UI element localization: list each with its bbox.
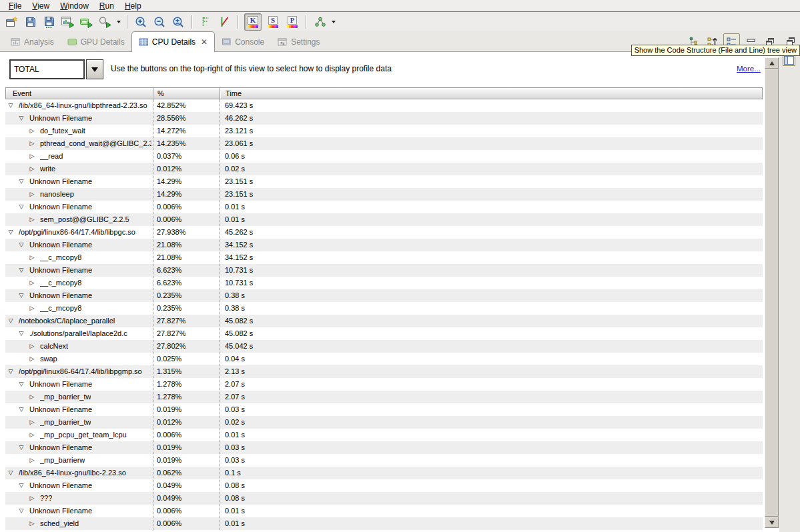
expand-toggle-icon[interactable]: ▷ bbox=[28, 188, 36, 201]
menu-run[interactable]: Run bbox=[95, 1, 120, 11]
collapse-toggle-icon[interactable]: ▽ bbox=[17, 479, 25, 492]
collapse-toggle-icon[interactable]: ▽ bbox=[17, 112, 25, 125]
scroll-up-button[interactable] bbox=[765, 57, 779, 69]
table-row[interactable]: ▷calcNext27.802%45.042 s bbox=[5, 340, 763, 353]
menu-file[interactable]: File bbox=[4, 1, 27, 11]
table-row[interactable]: ▽./solutions/parallel/laplace2d.c27.827%… bbox=[5, 327, 763, 340]
collapse-toggle-icon[interactable]: ▽ bbox=[7, 99, 15, 112]
kernel-mode-button[interactable]: K bbox=[244, 13, 262, 31]
tab-analysis[interactable]: Analysis bbox=[4, 33, 61, 51]
tab-gpu-details[interactable]: GPU Details bbox=[61, 33, 131, 51]
table-row[interactable]: ▽Unknown Filename21.08%34.152 s bbox=[5, 239, 763, 251]
collapse-toggle-icon[interactable]: ▽ bbox=[17, 403, 25, 416]
table-row[interactable]: ▽Unknown Filename0.006%0.01 s bbox=[5, 201, 763, 213]
new-window-button[interactable] bbox=[3, 13, 21, 31]
table-row[interactable]: ▷__c_mcopy821.08%34.152 s bbox=[5, 251, 763, 264]
table-row[interactable]: ▽/notebooks/C/laplace_parallel27.827%45.… bbox=[5, 315, 763, 327]
table-row[interactable]: ▷__read0.037%0.06 s bbox=[5, 150, 763, 163]
scroll-down-button[interactable] bbox=[765, 517, 779, 528]
column-header-event[interactable]: Event bbox=[13, 88, 31, 99]
collapse-toggle-icon[interactable]: ▽ bbox=[17, 289, 25, 302]
save-all-button[interactable] bbox=[40, 13, 58, 31]
unmark-region-button[interactable] bbox=[216, 13, 234, 31]
scrollbar-thumb[interactable] bbox=[765, 69, 779, 517]
table-row[interactable]: ▽/opt/pgi/linux86-64/17.4/lib/libpgc.so2… bbox=[5, 226, 763, 239]
expand-toggle-icon[interactable]: ▷ bbox=[28, 353, 36, 365]
expand-toggle-icon[interactable]: ▷ bbox=[28, 340, 36, 353]
expand-toggle-icon[interactable]: ▷ bbox=[28, 391, 36, 403]
table-row[interactable]: ▽/opt/pgi/linux86-64/17.4/lib/libpgmp.so… bbox=[5, 365, 763, 378]
event-selector-dropdown-button[interactable] bbox=[86, 59, 103, 79]
menu-view[interactable]: View bbox=[27, 1, 55, 11]
collapse-toggle-icon[interactable]: ▽ bbox=[17, 378, 25, 391]
call-tree-button[interactable] bbox=[311, 13, 329, 31]
table-row[interactable]: ▽Unknown Filename0.006%0.01 s bbox=[5, 505, 763, 517]
menu-help[interactable]: Help bbox=[120, 1, 147, 11]
collapse-toggle-icon[interactable]: ▽ bbox=[7, 315, 15, 327]
profile-mode-button[interactable]: P bbox=[284, 14, 300, 30]
expand-toggle-icon[interactable]: ▷ bbox=[28, 251, 36, 264]
tab-console[interactable]: Console bbox=[215, 33, 271, 51]
expand-toggle-icon[interactable]: ▷ bbox=[28, 137, 36, 150]
collapse-toggle-icon[interactable]: ▽ bbox=[17, 264, 25, 277]
table-row[interactable]: ▽Unknown Filename28.556%46.262 s bbox=[5, 112, 763, 125]
expand-toggle-icon[interactable]: ▷ bbox=[28, 302, 36, 315]
collapse-toggle-icon[interactable]: ▽ bbox=[7, 365, 15, 378]
table-row[interactable]: ▷_mp_barrier_tw1.278%2.07 s bbox=[5, 391, 763, 403]
source-mode-button[interactable]: S bbox=[265, 14, 281, 30]
table-row[interactable]: ▷do_futex_wait14.272%23.121 s bbox=[5, 125, 763, 137]
expand-toggle-icon[interactable]: ▷ bbox=[28, 213, 36, 226]
expand-toggle-icon[interactable]: ▷ bbox=[28, 150, 36, 163]
table-row[interactable]: ▽Unknown Filename0.019%0.03 s bbox=[5, 403, 763, 416]
column-divider[interactable] bbox=[153, 88, 153, 99]
table-row[interactable]: ▷???0.049%0.08 s bbox=[5, 492, 763, 505]
collapse-toggle-icon[interactable]: ▽ bbox=[17, 327, 25, 340]
table-row[interactable]: ▽Unknown Filename14.29%23.151 s bbox=[5, 175, 763, 188]
event-selector-value[interactable]: TOTAL bbox=[9, 59, 85, 79]
table-row[interactable]: ▽Unknown Filename0.019%0.03 s bbox=[5, 441, 763, 454]
table-row[interactable]: ▷write0.012%0.02 s bbox=[5, 163, 763, 175]
mark-region-button[interactable] bbox=[197, 13, 215, 31]
close-icon[interactable]: ✕ bbox=[201, 38, 208, 46]
table-row[interactable]: ▽Unknown Filename0.235%0.38 s bbox=[5, 289, 763, 302]
profile-application-button[interactable] bbox=[59, 13, 77, 31]
collapse-toggle-icon[interactable]: ▽ bbox=[17, 505, 25, 517]
save-button[interactable] bbox=[21, 13, 39, 31]
column-header-time[interactable]: Time bbox=[226, 88, 242, 99]
collapse-toggle-icon[interactable]: ▽ bbox=[17, 239, 25, 251]
browse-profile-button[interactable] bbox=[96, 13, 114, 31]
table-row[interactable]: ▽Unknown Filename6.623%10.731 s bbox=[5, 264, 763, 277]
expand-toggle-icon[interactable]: ▷ bbox=[28, 277, 36, 289]
table-row[interactable]: ▷pthread_cond_wait@@GLIBC_2.314.235%23.0… bbox=[5, 137, 763, 150]
more-link[interactable]: More... bbox=[737, 65, 761, 73]
table-row[interactable]: ▷_mp_pcpu_get_team_lcpu0.006%0.01 s bbox=[5, 429, 763, 441]
browse-dropdown-caret[interactable] bbox=[117, 21, 121, 23]
expand-toggle-icon[interactable]: ▷ bbox=[28, 125, 36, 137]
zoom-reset-button[interactable] bbox=[169, 13, 187, 31]
table-row[interactable]: ▷swap0.025%0.04 s bbox=[5, 353, 763, 365]
expand-toggle-icon[interactable]: ▷ bbox=[28, 163, 36, 175]
table-row[interactable]: ▷__c_mcopy86.623%10.731 s bbox=[5, 277, 763, 289]
table-row[interactable]: ▷_mp_barrierw0.019%0.03 s bbox=[5, 454, 763, 467]
expand-toggle-icon[interactable]: ▷ bbox=[28, 454, 36, 467]
table-row[interactable]: ▽Unknown Filename1.278%2.07 s bbox=[5, 378, 763, 391]
fast-view-button[interactable] bbox=[783, 55, 795, 69]
zoom-in-button[interactable] bbox=[132, 13, 150, 31]
table-row[interactable]: ▷sched_yield0.006%0.01 s bbox=[5, 517, 763, 530]
table-row[interactable]: ▽/lib/x86_64-linux-gnu/libc-2.23.so0.062… bbox=[5, 467, 763, 479]
collapse-toggle-icon[interactable]: ▽ bbox=[17, 441, 25, 454]
tab-settings[interactable]: Settings bbox=[271, 33, 326, 51]
table-row[interactable]: ▷_mp_barrier_tw0.012%0.02 s bbox=[5, 416, 763, 429]
collapse-toggle-icon[interactable]: ▽ bbox=[7, 226, 15, 239]
menu-window[interactable]: Window bbox=[55, 1, 95, 11]
table-row[interactable]: ▷sem_post@@GLIBC_2.2.50.006%0.01 s bbox=[5, 213, 763, 226]
table-row[interactable]: ▽/lib/x86_64-linux-gnu/libpthread-2.23.s… bbox=[5, 99, 763, 112]
column-header-percent[interactable]: % bbox=[157, 88, 164, 99]
expand-toggle-icon[interactable]: ▷ bbox=[28, 416, 36, 429]
zoom-out-button[interactable] bbox=[151, 13, 169, 31]
vertical-scrollbar[interactable] bbox=[765, 57, 779, 528]
collapse-toggle-icon[interactable]: ▽ bbox=[17, 201, 25, 213]
collapse-toggle-icon[interactable]: ▽ bbox=[7, 467, 15, 479]
table-row[interactable]: ▽Unknown Filename0.049%0.08 s bbox=[5, 479, 763, 492]
call-tree-dropdown-caret[interactable] bbox=[332, 21, 336, 23]
